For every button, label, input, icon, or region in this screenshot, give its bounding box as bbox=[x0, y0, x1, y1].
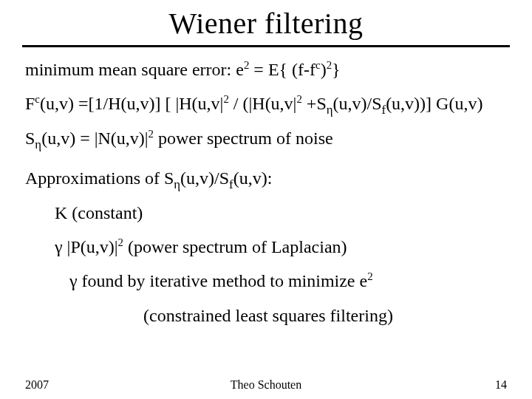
sn-b: (u,v) = |N(u,v)| bbox=[41, 129, 148, 148]
line-fc: Fc(u,v) =[1/H(u,v)] [ |H(u,v|2 / (|H(u,v… bbox=[25, 92, 510, 115]
approx-b: (u,v)/S bbox=[180, 168, 229, 188]
sn-c: power spectrum of noise bbox=[154, 129, 333, 148]
fc-f: (u,v))] G(u,v) bbox=[386, 94, 482, 113]
sn-a: S bbox=[25, 129, 35, 148]
approx-c: (u,v): bbox=[233, 168, 273, 188]
mse-eq-a: = E{ (f-f bbox=[249, 60, 316, 79]
fc-b: (u,v) =[1/H(u,v)] [ |H(u,v| bbox=[40, 94, 223, 113]
fc-c: / (|H(u,v| bbox=[229, 94, 297, 113]
line-k: K (constant) bbox=[25, 201, 510, 225]
line-approx: Approximations of Sη(u,v)/Sf(u,v): bbox=[25, 166, 510, 190]
sup-2b: 2 bbox=[327, 59, 332, 71]
gamma-sym: γ bbox=[55, 237, 63, 256]
gp-a: |P(u,v)| bbox=[63, 237, 118, 256]
sup-2f: 2 bbox=[118, 236, 123, 248]
line-iter: γ found by iterative method to minimize … bbox=[69, 269, 510, 293]
approx-a: Approximations of S bbox=[25, 168, 174, 188]
sup-2d: 2 bbox=[296, 93, 301, 105]
mse-eq-c: } bbox=[332, 60, 341, 79]
sup-2g: 2 bbox=[367, 270, 372, 282]
sub-eta: η bbox=[327, 103, 333, 117]
line-mse: minimum mean square error: e2 = E{ (f-fc… bbox=[25, 58, 510, 81]
sup-2e: 2 bbox=[149, 128, 154, 140]
sub-eta3: η bbox=[174, 177, 180, 191]
sub-eta2: η bbox=[35, 137, 41, 151]
sup-c2: c bbox=[35, 93, 40, 105]
sup-c: c bbox=[316, 59, 321, 71]
fc-e: (u,v)/S bbox=[333, 94, 382, 113]
iter-a: found by iterative method to minimize e bbox=[78, 271, 368, 290]
gamma-sym-2: γ bbox=[69, 271, 78, 290]
title-underline bbox=[22, 45, 510, 47]
line-cls: (constrained least squares filtering) bbox=[25, 304, 510, 327]
slide: Wiener filtering minimum mean square err… bbox=[0, 6, 532, 399]
slide-body: minimum mean square error: e2 = E{ (f-fc… bbox=[0, 58, 532, 327]
mse-eq-b: ) bbox=[321, 60, 327, 79]
sup-2c: 2 bbox=[223, 93, 228, 105]
fc-d: +S bbox=[302, 94, 327, 113]
gp-b: (power spectrum of Laplacian) bbox=[123, 237, 347, 256]
fc-a: F bbox=[25, 94, 35, 113]
slide-title: Wiener filtering bbox=[0, 6, 532, 41]
mse-label: minimum mean square error: e bbox=[25, 60, 244, 79]
footer-page: 14 bbox=[495, 378, 507, 392]
line-sn: Sη(u,v) = |N(u,v)|2 power spectrum of no… bbox=[25, 126, 510, 150]
footer-author: Theo Schouten bbox=[0, 378, 532, 392]
line-gp: γ |P(u,v)|2 (power spectrum of Laplacian… bbox=[25, 235, 510, 259]
